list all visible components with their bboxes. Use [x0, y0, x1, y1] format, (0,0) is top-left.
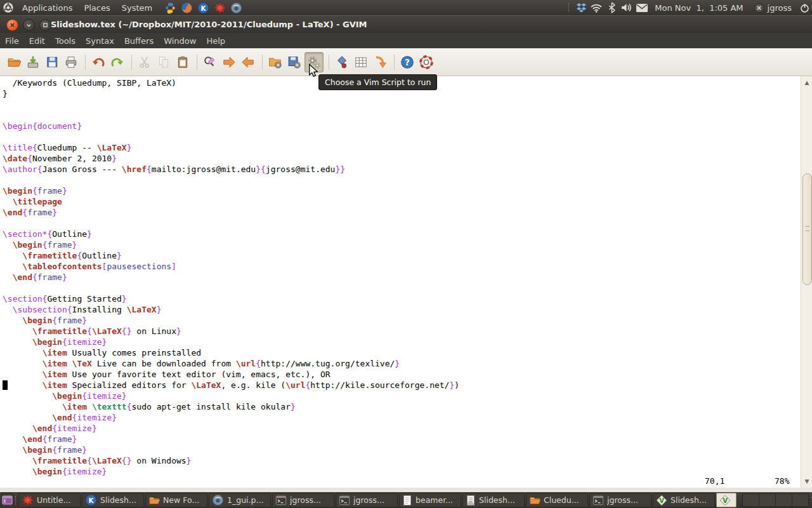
taskbar-drag-handle	[15, 496, 16, 505]
bluetooth-indicator-icon[interactable]	[604, 1, 619, 15]
taskbar-button[interactable]: Cluedu...	[526, 493, 588, 507]
cut-icon	[138, 55, 152, 69]
scroll-up-arrow-icon[interactable]: ▲	[801, 77, 812, 88]
launcher-firefox-icon[interactable]	[180, 1, 193, 15]
toolbar-cut-button[interactable]	[136, 53, 154, 72]
toolbar-save-session-button[interactable]	[285, 53, 303, 72]
menu-file[interactable]: File	[0, 33, 24, 48]
menu-buffers[interactable]: Buffers	[119, 33, 159, 48]
wifi-indicator-icon[interactable]	[589, 1, 604, 15]
power-icon[interactable]	[797, 1, 812, 15]
taskbar-button[interactable]: jgross...	[589, 493, 652, 507]
code-line: \frametitle{\LaTeX{} on Windows}	[3, 455, 459, 466]
workspace-cell[interactable]	[792, 493, 809, 507]
code-line: \end{frame}	[3, 434, 459, 444]
toolbar-make-button[interactable]	[333, 53, 351, 72]
scroll-down-arrow-icon[interactable]: ▼	[801, 476, 812, 486]
panel-drag-handle	[568, 3, 572, 12]
paste-icon	[176, 55, 190, 69]
code-line: \section*{Outline}	[3, 229, 459, 239]
toolbar-print-button[interactable]	[62, 53, 80, 72]
menu-help[interactable]: Help	[201, 33, 230, 48]
taskbar-button[interactable]: Slidesh...	[462, 493, 525, 507]
taskbar-button[interactable]: KSlidesh...	[82, 493, 144, 507]
launcher-k-app-icon[interactable]: K	[196, 1, 210, 15]
code-line	[3, 110, 459, 121]
scrollbar[interactable]: ▲ ▼	[801, 76, 812, 488]
toolbar-help-button[interactable]: ?	[398, 53, 416, 72]
code-line: \title{Cluedump -- \LaTeX}	[3, 142, 459, 153]
toolbar-redo-button[interactable]	[108, 53, 126, 72]
toolbar-load-session-button[interactable]	[266, 53, 284, 72]
taskbar-button[interactable]: beamer...	[399, 493, 461, 507]
minimize-button[interactable]	[23, 19, 35, 31]
code-line: \frametitle{Outline}	[3, 250, 459, 261]
document-icon	[402, 495, 412, 506]
code-line: \end{itemize}	[3, 423, 459, 434]
workspace-cell[interactable]	[742, 493, 759, 507]
show-desktop-button[interactable]	[1, 493, 13, 507]
clock[interactable]: Mon Nov 1, 1:05 AM	[650, 3, 748, 13]
toolbar-undo-button[interactable]	[89, 53, 107, 72]
taskbar-button[interactable]: New Fo...	[145, 493, 207, 507]
close-button[interactable]	[6, 19, 18, 31]
toolbar-jump-tag-button[interactable]	[371, 53, 389, 72]
toolbar-save-button[interactable]	[24, 53, 42, 72]
panel-menu-system[interactable]: System	[116, 0, 158, 15]
menu-edit[interactable]: Edit	[24, 33, 50, 48]
toolbar-save-all-button[interactable]	[43, 53, 61, 72]
menubar: FileEditToolsSyntaxBuffersWindowHelp	[0, 33, 812, 48]
code-line: \frametitle{\LaTeX{} on Linux}	[3, 326, 459, 337]
toolbar-find-help-button[interactable]	[417, 53, 435, 72]
top-panel: ApplicationsPlacesSystem K Mon Nov 1, 1:…	[0, 0, 812, 15]
toolbar-find-prev-button[interactable]	[239, 53, 257, 72]
taskbar-button-active-gvim[interactable]: V	[716, 493, 737, 507]
print-icon	[64, 55, 78, 69]
workspace-cell[interactable]	[759, 493, 776, 507]
text-editor-area[interactable]: /Keywords (Cluedump, SIBP, LaTeX)} \begi…	[0, 76, 801, 488]
svg-text:V: V	[659, 497, 664, 504]
toolbar-copy-button[interactable]	[155, 53, 173, 72]
menu-tools[interactable]: Tools	[50, 33, 81, 48]
scrollbar-thumb[interactable]	[802, 173, 812, 285]
code-line: \begin{frame}	[3, 185, 459, 196]
volume-indicator-icon[interactable]	[619, 1, 634, 15]
mouse-cursor	[308, 64, 319, 78]
terminal-icon	[593, 495, 604, 506]
taskbar-button[interactable]: Untitle...	[18, 493, 81, 507]
redo-icon	[110, 55, 124, 69]
maximize-button[interactable]	[39, 19, 51, 31]
code-line: \begin{frame}	[3, 315, 459, 326]
taskbar-button[interactable]: jgross...	[272, 493, 334, 507]
k-app-icon: K	[85, 494, 97, 506]
menu-window[interactable]: Window	[159, 33, 201, 48]
dropbox-indicator-icon[interactable]	[573, 1, 589, 15]
me-menu[interactable]: jgross	[749, 3, 797, 13]
launcher-mathematica-icon[interactable]	[213, 1, 226, 15]
taskbar-button[interactable]: 1_gui.p...	[209, 493, 271, 507]
launcher-sphere-icon[interactable]	[229, 1, 243, 15]
toolbar-find-next-button[interactable]	[220, 53, 238, 72]
menu-syntax[interactable]: Syntax	[81, 33, 119, 48]
code-line	[3, 99, 459, 110]
taskbar-button[interactable]: VSlidesh...	[653, 493, 715, 507]
code-line: \begin{document}	[3, 121, 459, 131]
mail-indicator-icon[interactable]	[634, 1, 650, 15]
document2-icon	[466, 495, 476, 506]
ubuntu-logo-icon[interactable]	[1, 1, 15, 15]
sphere-icon	[212, 494, 224, 506]
taskbar-button-label: Untitle...	[37, 495, 70, 505]
taskbar-button[interactable]: jgross...	[336, 493, 398, 507]
panel-menu-applications[interactable]: Applications	[16, 0, 78, 15]
code-line	[3, 131, 459, 142]
toolbar-build-tags-button[interactable]	[352, 53, 370, 72]
workspace-cell[interactable]	[776, 493, 792, 507]
toolbar-paste-button[interactable]	[174, 53, 192, 72]
panel-menu-places[interactable]: Places	[78, 0, 115, 15]
trash-icon[interactable]	[809, 493, 812, 507]
toolbar-open-button[interactable]	[5, 53, 23, 72]
toolbar-find-replace-button[interactable]	[201, 53, 219, 72]
taskbar-button-label: Cluedu...	[544, 495, 579, 505]
launcher-python-icon[interactable]	[163, 1, 177, 15]
code-line: \date{November 2, 2010}	[3, 153, 459, 164]
